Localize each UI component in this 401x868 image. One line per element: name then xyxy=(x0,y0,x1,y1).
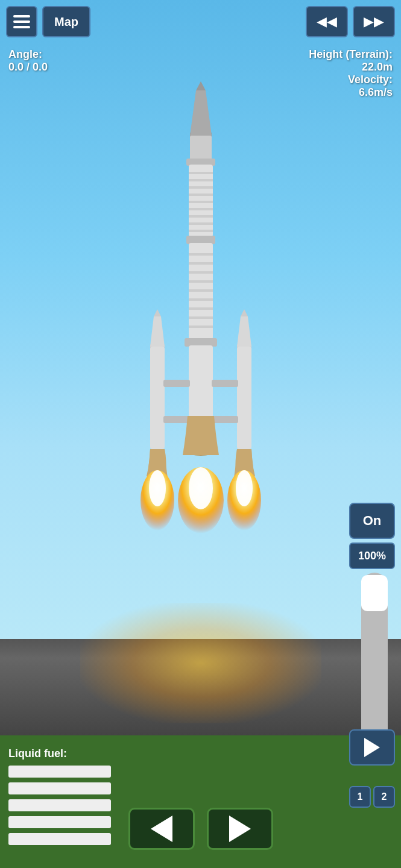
play-icon-right xyxy=(364,738,380,757)
svg-marker-35 xyxy=(237,316,251,347)
fuel-bar-1 xyxy=(8,766,111,778)
rocket-svg xyxy=(116,78,285,621)
rocket xyxy=(116,78,285,621)
svg-marker-30 xyxy=(154,309,161,316)
fastforward-icon: ▶▶ xyxy=(364,14,384,30)
svg-rect-37 xyxy=(237,347,251,449)
svg-rect-12 xyxy=(189,215,213,218)
angle-label: Angle: xyxy=(8,48,48,61)
svg-rect-22 xyxy=(189,298,213,301)
left-controls: Map xyxy=(6,6,90,37)
engine-on-button[interactable]: On xyxy=(349,503,395,539)
throttle-handle[interactable] xyxy=(361,575,388,611)
svg-rect-31 xyxy=(150,347,165,449)
svg-marker-29 xyxy=(150,316,165,347)
svg-rect-38 xyxy=(212,380,238,387)
svg-rect-7 xyxy=(189,179,213,181)
svg-rect-11 xyxy=(189,208,213,210)
svg-rect-6 xyxy=(189,172,213,174)
svg-marker-1 xyxy=(190,90,212,136)
svg-rect-3 xyxy=(190,136,212,160)
map-button[interactable]: Map xyxy=(42,6,90,37)
throttle-pct-value: 100% xyxy=(358,550,386,562)
fuel-bars xyxy=(8,766,111,845)
velocity-value: 6.6m/s xyxy=(309,86,393,99)
play-button-right[interactable] xyxy=(349,729,395,766)
svg-rect-14 xyxy=(189,230,213,232)
top-toolbar: Map ◀◀ ▶▶ xyxy=(6,6,395,37)
svg-rect-18 xyxy=(189,262,213,265)
svg-rect-25 xyxy=(189,326,213,328)
svg-rect-13 xyxy=(189,222,213,225)
rewind-button[interactable]: ◀◀ xyxy=(306,6,348,37)
svg-rect-19 xyxy=(189,271,213,274)
on-label: On xyxy=(363,513,382,529)
throttle-percentage: 100% xyxy=(349,542,395,569)
svg-rect-17 xyxy=(189,253,213,256)
nav-right-button[interactable] xyxy=(207,808,273,850)
angle-value: 0.0 / 0.0 xyxy=(8,61,48,74)
nav-right-icon xyxy=(229,816,251,842)
stats-left: Angle: 0.0 / 0.0 xyxy=(8,48,48,74)
svg-rect-23 xyxy=(189,307,213,310)
nav-left-icon xyxy=(151,816,172,842)
svg-rect-27 xyxy=(189,345,213,418)
menu-icon-line3 xyxy=(13,26,30,28)
fuel-bar-2 xyxy=(8,782,111,794)
game-container: Map ◀◀ ▶▶ Angle: 0.0 / 0.0 Height (Terra… xyxy=(0,0,401,868)
svg-rect-33 xyxy=(163,416,190,423)
menu-button[interactable] xyxy=(6,6,37,37)
svg-marker-2 xyxy=(196,81,206,90)
svg-rect-21 xyxy=(189,289,213,292)
svg-point-46 xyxy=(149,470,166,506)
svg-point-47 xyxy=(189,467,213,509)
svg-rect-10 xyxy=(189,201,213,203)
stats-right: Height (Terrain): 22.0m Velocity: 6.6m/s xyxy=(309,48,393,99)
fuel-bar-3 xyxy=(8,799,111,811)
throttle-slider[interactable] xyxy=(361,573,388,753)
liquid-fuel-label: Liquid fuel: xyxy=(8,747,67,760)
svg-rect-8 xyxy=(189,186,213,189)
tab-buttons: 1 2 xyxy=(349,786,395,808)
svg-rect-20 xyxy=(189,280,213,283)
fastforward-button[interactable]: ▶▶ xyxy=(353,6,395,37)
svg-rect-32 xyxy=(163,380,190,387)
height-label: Height (Terrain): xyxy=(309,48,393,61)
fuel-bar-4 xyxy=(8,816,111,828)
menu-icon-line1 xyxy=(13,15,30,17)
menu-icon-line2 xyxy=(13,20,30,23)
svg-rect-39 xyxy=(212,416,238,423)
tab-button-2[interactable]: 2 xyxy=(373,786,395,808)
bottom-navigation xyxy=(128,808,273,850)
height-value: 22.0m xyxy=(309,61,393,74)
svg-rect-24 xyxy=(189,316,213,319)
rewind-icon: ◀◀ xyxy=(317,14,337,30)
right-controls: ◀◀ ▶▶ xyxy=(306,6,395,37)
svg-rect-15 xyxy=(186,236,215,244)
velocity-label: Velocity: xyxy=(309,74,393,86)
svg-point-48 xyxy=(236,470,253,506)
svg-rect-26 xyxy=(185,338,217,347)
svg-marker-36 xyxy=(241,309,248,316)
nav-left-button[interactable] xyxy=(128,808,195,850)
tab-button-1[interactable]: 1 xyxy=(349,786,371,808)
fuel-bar-5 xyxy=(8,833,111,845)
svg-rect-9 xyxy=(189,193,213,196)
